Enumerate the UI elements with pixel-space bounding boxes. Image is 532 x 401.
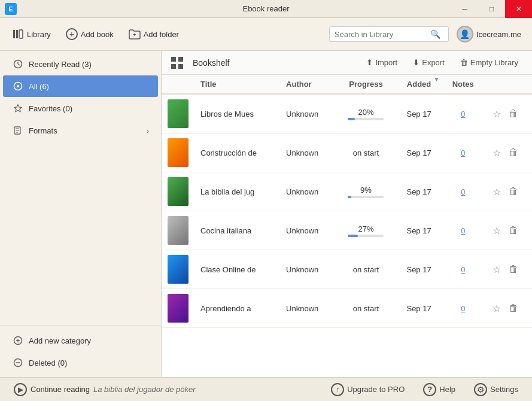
- formats-label: Formats: [29, 126, 142, 135]
- grid-square: [178, 57, 183, 62]
- delete-button[interactable]: 🗑: [506, 185, 521, 198]
- upgrade-button[interactable]: ↑ Upgrade to PRO: [326, 381, 409, 399]
- favorite-button[interactable]: ☆: [490, 146, 503, 160]
- favorite-button[interactable]: ☆: [490, 263, 503, 277]
- favorite-button[interactable]: ☆: [490, 185, 503, 199]
- grid-view-icon[interactable]: [171, 56, 184, 69]
- book-notes[interactable]: 0: [442, 94, 485, 133]
- bookshelf-title: Bookshelf: [193, 58, 229, 68]
- book-added: Sep 17: [396, 211, 442, 250]
- sidebar-item-deleted[interactable]: Deleted (0): [3, 352, 158, 373]
- book-action-buttons: ☆ 🗑: [490, 263, 526, 277]
- book-added: Sep 17: [396, 133, 442, 172]
- sidebar-item-all[interactable]: All (6): [3, 75, 158, 97]
- add-folder-button[interactable]: + Add folder: [123, 25, 185, 44]
- book-title: La biblia del jug: [194, 172, 280, 211]
- empty-library-label: Empty Library: [470, 58, 518, 67]
- book-title: Aprendiendo a: [194, 289, 280, 328]
- book-actions: ☆ 🗑: [484, 133, 532, 172]
- library-button[interactable]: Library: [6, 25, 57, 44]
- library-label: Library: [27, 30, 51, 39]
- favorite-button[interactable]: ☆: [490, 107, 503, 121]
- empty-library-button[interactable]: 🗑 Empty Library: [455, 56, 523, 69]
- app-icon: E: [5, 3, 17, 15]
- table-row[interactable]: Construcción de Unknown on start Sep 17 …: [162, 133, 532, 172]
- table-row[interactable]: Aprendiendo a Unknown on start Sep 17 0 …: [162, 289, 532, 328]
- notes-link[interactable]: 0: [461, 110, 465, 119]
- window-controls: ─ □ ✕: [451, 0, 532, 18]
- delete-button[interactable]: 🗑: [506, 224, 521, 237]
- book-author: Unknown: [280, 172, 336, 211]
- book-table: Title Author Progress Added ▼ Notes Libr…: [162, 75, 532, 377]
- notes-link[interactable]: 0: [461, 148, 465, 157]
- delete-button[interactable]: 🗑: [506, 302, 521, 315]
- book-action-buttons: ☆ 🗑: [490, 185, 526, 199]
- svg-rect-0: [13, 30, 15, 38]
- sidebar-item-favorites[interactable]: Favorites (0): [3, 98, 158, 119]
- col-progress[interactable]: Progress: [336, 75, 396, 94]
- col-added[interactable]: Added ▼: [396, 75, 442, 94]
- book-notes[interactable]: 0: [442, 211, 485, 250]
- help-label: Help: [439, 385, 455, 394]
- favorite-button[interactable]: ☆: [490, 224, 503, 238]
- import-button[interactable]: ⬆ Import: [361, 56, 402, 69]
- book-author: Unknown: [280, 94, 336, 133]
- help-icon: ?: [423, 383, 436, 396]
- book-progress: on start: [336, 289, 396, 328]
- notes-link[interactable]: 0: [461, 226, 465, 235]
- col-title[interactable]: Title: [194, 75, 280, 94]
- deleted-icon: [12, 357, 24, 369]
- add-category-label: Add new category: [29, 336, 149, 345]
- continue-book-title: La biblia del jugador de póker: [93, 385, 196, 394]
- book-added: Sep 17: [396, 250, 442, 289]
- book-notes[interactable]: 0: [442, 289, 485, 328]
- settings-button[interactable]: ⚙ Settings: [469, 381, 523, 399]
- maximize-button[interactable]: □: [478, 0, 505, 18]
- delete-button[interactable]: 🗑: [506, 107, 521, 120]
- notes-link[interactable]: 0: [461, 265, 465, 274]
- notes-link[interactable]: 0: [461, 187, 465, 196]
- add-book-button[interactable]: + Add book: [60, 25, 120, 44]
- book-notes[interactable]: 0: [442, 172, 485, 211]
- sidebar-item-formats[interactable]: Formats ›: [3, 120, 158, 141]
- settings-label: Settings: [490, 385, 518, 394]
- sidebar-item-recently-read[interactable]: Recently Read (3): [3, 53, 158, 75]
- book-action-buttons: ☆ 🗑: [490, 107, 526, 121]
- col-author[interactable]: Author: [280, 75, 336, 94]
- book-progress: 27%: [336, 211, 396, 250]
- minimize-button[interactable]: ─: [451, 0, 478, 18]
- grid-square: [171, 57, 176, 62]
- content-header: Bookshelf ⬆ Import ⬇ Export 🗑 Empty Libr…: [162, 51, 532, 75]
- table-row[interactable]: La biblia del jug Unknown 9% Sep 17 0 ☆ …: [162, 172, 532, 211]
- formats-icon: [12, 124, 24, 136]
- table-row[interactable]: Libros de Mues Unknown 20% Sep 17 0 ☆ 🗑: [162, 94, 532, 133]
- export-button[interactable]: ⬇ Export: [408, 56, 449, 69]
- user-area[interactable]: 👤 Icecream.me: [452, 23, 526, 45]
- delete-button[interactable]: 🗑: [506, 146, 521, 159]
- favorite-button[interactable]: ☆: [490, 302, 503, 315]
- sidebar-item-add-category[interactable]: Add new category: [3, 330, 158, 351]
- user-avatar: 👤: [457, 26, 473, 42]
- continue-reading-button[interactable]: ▶ Continue reading La biblia del jugador…: [9, 381, 200, 399]
- col-notes[interactable]: Notes: [442, 75, 485, 94]
- table-row[interactable]: Clase Online de Unknown on start Sep 17 …: [162, 250, 532, 289]
- close-button[interactable]: ✕: [505, 0, 532, 18]
- delete-button[interactable]: 🗑: [506, 263, 521, 276]
- table-header: Title Author Progress Added ▼ Notes: [162, 75, 532, 94]
- bottom-right-actions: ↑ Upgrade to PRO ? Help ⚙ Settings: [326, 381, 523, 399]
- sidebar: Recently Read (3) All (6) Favorites (0) …: [0, 51, 162, 377]
- book-notes[interactable]: 0: [442, 250, 485, 289]
- book-cover-cell: [162, 172, 194, 211]
- notes-link[interactable]: 0: [461, 304, 465, 313]
- main-layout: Recently Read (3) All (6) Favorites (0) …: [0, 51, 532, 377]
- star-icon: [12, 102, 24, 114]
- book-notes[interactable]: 0: [442, 133, 485, 172]
- book-cover-cell: [162, 289, 194, 328]
- svg-rect-1: [16, 30, 18, 38]
- book-progress: 20%: [336, 94, 396, 133]
- add-folder-icon: +: [129, 28, 141, 40]
- col-cover[interactable]: [162, 75, 194, 94]
- help-button[interactable]: ? Help: [418, 381, 460, 399]
- table-row[interactable]: Cocina italiana Unknown 27% Sep 17 0 ☆ 🗑: [162, 211, 532, 250]
- search-input[interactable]: [335, 30, 430, 39]
